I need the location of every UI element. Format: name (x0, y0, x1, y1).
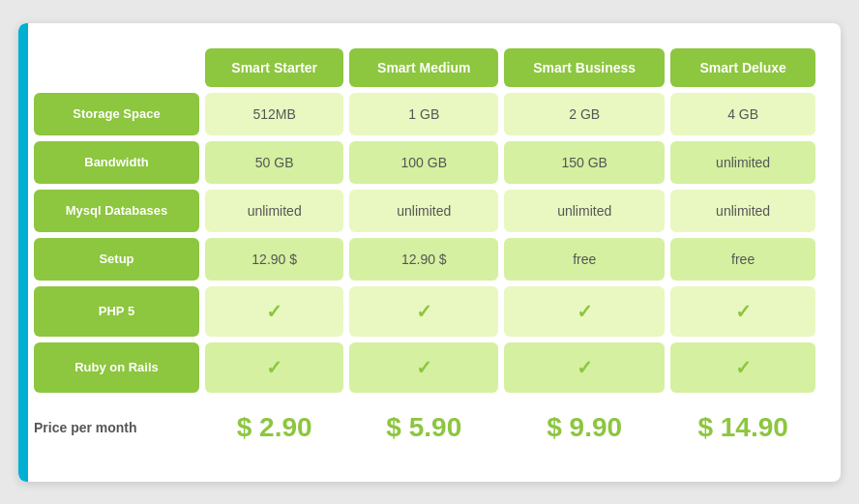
data-cell-r1-c0: 50 GB (205, 141, 343, 184)
checkmark-icon: ✓ (735, 301, 752, 322)
table-row: Storage Space512MB1 GB2 GB4 GB (34, 93, 815, 135)
data-cell-r1-c2: 150 GB (504, 141, 665, 184)
table-row: Setup12.90 $12.90 $freefree (34, 238, 815, 281)
data-cell-r0-c2: 2 GB (504, 93, 665, 135)
data-cell-r4-c3: ✓ (670, 286, 815, 337)
data-cell-r0-c1: 1 GB (349, 93, 498, 135)
data-cell-r3-c2: free (504, 238, 665, 281)
col-header-col-medium: Smart Medium (349, 48, 498, 87)
feature-label-3: Setup (34, 238, 199, 281)
checkmark-icon: ✓ (266, 357, 282, 378)
col-header-col-business: Smart Business (504, 48, 665, 87)
price-per-month-label: Price per month (34, 399, 199, 457)
price-value-col2: $ 9.90 (504, 399, 665, 457)
table-row: Bandwidth50 GB100 GB150 GBunlimited (34, 141, 815, 184)
data-cell-r2-c3: unlimited (670, 190, 815, 232)
feature-label-2: Mysql Databases (34, 190, 199, 232)
table-row: PHP 5✓✓✓✓ (34, 286, 815, 337)
data-cell-r3-c0: 12.90 $ (205, 238, 343, 281)
pricing-table: Smart StarterSmart MediumSmart BusinessS… (28, 43, 821, 462)
data-cell-r5-c2: ✓ (504, 342, 665, 393)
pricing-card: Smart StarterSmart MediumSmart BusinessS… (18, 23, 841, 482)
data-cell-r3-c3: free (670, 238, 815, 281)
data-cell-r2-c1: unlimited (349, 190, 498, 232)
data-cell-r0-c3: 4 GB (670, 93, 815, 135)
data-cell-r1-c3: unlimited (670, 141, 815, 184)
data-cell-r2-c0: unlimited (205, 190, 343, 232)
col-header-col-deluxe: Smart Deluxe (670, 48, 815, 87)
data-cell-r5-c3: ✓ (670, 342, 815, 393)
data-cell-r4-c0: ✓ (205, 286, 343, 337)
data-cell-r4-c2: ✓ (504, 286, 665, 337)
table-row: Ruby on Rails✓✓✓✓ (34, 342, 815, 393)
checkmark-icon: ✓ (416, 301, 432, 322)
checkmark-icon: ✓ (416, 357, 432, 378)
col-header-col-empty (34, 48, 199, 87)
data-cell-r3-c1: 12.90 $ (349, 238, 498, 281)
checkmark-icon: ✓ (735, 357, 752, 378)
price-value-col3: $ 14.90 (670, 399, 815, 457)
data-cell-r1-c1: 100 GB (349, 141, 498, 184)
price-value-col1: $ 5.90 (349, 399, 498, 457)
feature-label-0: Storage Space (34, 93, 199, 135)
data-cell-r0-c0: 512MB (205, 93, 343, 135)
checkmark-icon: ✓ (266, 301, 282, 322)
checkmark-icon: ✓ (577, 301, 593, 322)
feature-label-5: Ruby on Rails (34, 342, 199, 393)
checkmark-icon: ✓ (577, 357, 593, 378)
col-header-col-starter: Smart Starter (205, 48, 343, 87)
data-cell-r5-c1: ✓ (349, 342, 498, 393)
feature-label-4: PHP 5 (34, 286, 199, 337)
price-value-col0: $ 2.90 (205, 399, 343, 457)
feature-label-1: Bandwidth (34, 141, 199, 184)
data-cell-r5-c0: ✓ (205, 342, 343, 393)
table-row: Mysql Databasesunlimitedunlimitedunlimit… (34, 190, 815, 232)
data-cell-r4-c1: ✓ (349, 286, 498, 337)
data-cell-r2-c2: unlimited (504, 190, 665, 232)
